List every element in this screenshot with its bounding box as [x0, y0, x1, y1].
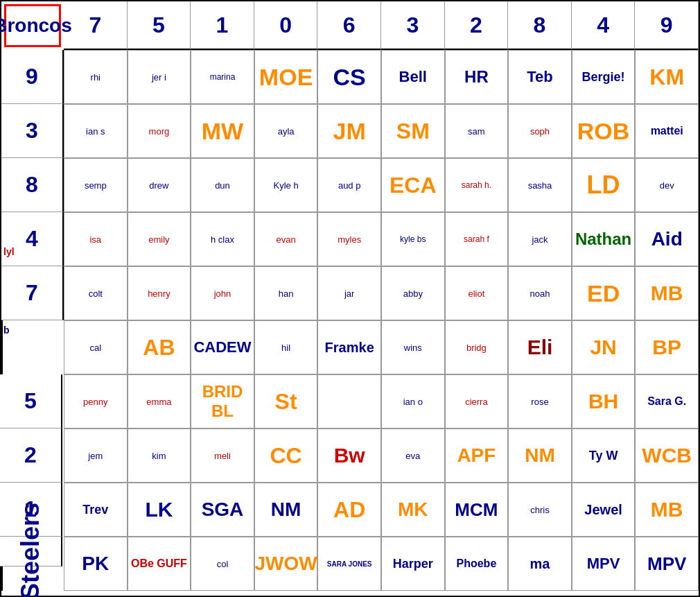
cell-r8c9: MB	[635, 483, 699, 537]
cell-r1c9: mattei	[635, 104, 699, 158]
cell-r9c5: Harper	[381, 537, 445, 591]
cell-r7c1: kim	[128, 429, 191, 483]
cell-r5c8: JN	[572, 320, 636, 374]
cell-r9c3: JWOW	[254, 537, 318, 591]
col-header-3: 0	[254, 1, 318, 50]
row-header-4: 7	[1, 266, 64, 320]
cell-r3c5: kyle bs	[381, 212, 445, 266]
cell-r5c5: wins	[381, 320, 445, 374]
cell-r5c9: BP	[635, 320, 699, 374]
cell-r4c2: john	[191, 266, 254, 320]
cell-r2c3: Kyle h	[254, 158, 318, 212]
cell-r1c8: ROB	[572, 104, 636, 158]
cell-r1c2: MW	[191, 104, 254, 158]
cell-r3c9: Aid	[635, 212, 699, 266]
cell-r2c4: aud p	[317, 158, 381, 212]
col-header-1: 5	[128, 1, 191, 50]
cell-r2c2: dun	[191, 158, 254, 212]
cell-r7c0: jem	[64, 429, 128, 483]
broncos-label: Broncos	[0, 15, 72, 37]
cell-r1c0: ian s	[64, 104, 128, 158]
cell-r1c3: ayla	[254, 104, 318, 158]
cell-r7c5: eva	[381, 429, 445, 483]
cell-r0c2: marina	[191, 50, 254, 104]
cell-r3c2: h clax	[191, 212, 254, 266]
cell-r6c7: rose	[508, 374, 572, 429]
cell-r1c4: JM	[317, 104, 381, 158]
cell-r9c1: OBe GUFF	[128, 537, 191, 591]
cell-r3c6: sarah f	[445, 212, 509, 266]
cell-r8c1: LK	[128, 483, 191, 537]
row-header-0: 9	[1, 50, 64, 104]
cell-r6c5: ian o	[381, 374, 445, 429]
col-header-6: 2	[445, 1, 509, 50]
cell-r0c8: Bergie!	[572, 50, 636, 104]
cell-r4c9: MB	[635, 266, 699, 320]
steelers-text: Steelers	[0, 537, 62, 566]
cell-r0c7: Teb	[508, 50, 572, 104]
cell-r9c0: PK	[64, 537, 128, 591]
cell-r0c6: HR	[445, 50, 509, 104]
cell-r0c1: jer i	[128, 50, 191, 104]
cell-r7c3: CC	[254, 429, 318, 483]
cell-r2c5: ECA	[381, 158, 445, 212]
row-header-3: 4	[1, 212, 64, 266]
cell-r6c2: BRID BL	[191, 374, 254, 429]
cell-r4c5: abby	[381, 266, 445, 320]
cell-r4c7: noah	[508, 266, 572, 320]
row-header-5-overlay: 5	[0, 374, 62, 429]
cell-r0c4: CS	[317, 50, 381, 104]
cell-r4c3: han	[254, 266, 318, 320]
cell-r8c2: SGA	[191, 483, 254, 537]
cell-r1c7: soph	[508, 104, 572, 158]
side-label-lyl: lyl	[3, 246, 15, 257]
cell-r7c2: meli	[191, 429, 254, 483]
col-header-2: 1	[191, 1, 254, 50]
cell-r6c6: cierra	[445, 374, 509, 429]
cell-r7c7: NM	[508, 429, 572, 483]
cell-r8c4: AD	[317, 483, 381, 537]
cell-r3c4: myles	[317, 212, 381, 266]
cell-r5c0: cal	[64, 320, 128, 374]
col-header-4: 6	[317, 1, 381, 50]
cell-r8c3: NM	[254, 483, 318, 537]
cell-r7c6: APF	[445, 429, 509, 483]
cell-r9c4: SARA JONES	[317, 537, 381, 591]
cell-r3c8: Nathan	[572, 212, 636, 266]
cell-r5c6: bridg	[445, 320, 509, 374]
grid: Broncos 7 5 1 0 6 3 2 8 4 9 9 rhi jer i …	[0, 0, 700, 597]
broncos-header: Broncos	[4, 4, 61, 47]
cell-r8c5: MK	[381, 483, 445, 537]
cell-r0c0: rhi	[64, 50, 128, 104]
row-header-2: 8	[1, 158, 64, 212]
cell-r9c6: Phoebe	[445, 537, 509, 591]
cell-r1c1: morg	[128, 104, 191, 158]
cell-r9c2: col	[191, 537, 254, 591]
cell-r2c8: LD	[572, 158, 636, 212]
cell-r6c8: BH	[572, 374, 636, 429]
cell-r5c3: hil	[254, 320, 318, 374]
cell-r0c5: Bell	[381, 50, 445, 104]
col-header-8: 4	[572, 1, 636, 50]
cell-r2c1: drew	[128, 158, 191, 212]
cell-r2c9: dev	[635, 158, 699, 212]
cell-r6c9: Sara G.	[635, 374, 699, 429]
cell-r8c0: Trev	[64, 483, 128, 537]
cell-r2c0: semp	[64, 158, 128, 212]
cell-r9c9: MPV	[635, 537, 699, 591]
cell-r5c7: Eli	[508, 320, 572, 374]
cell-r8c6: MCM	[445, 483, 509, 537]
cell-r5c1: AB	[128, 320, 191, 374]
cell-r7c4: Bw	[317, 429, 381, 483]
cell-r5c2: CADEW	[191, 320, 254, 374]
cell-r9c8: MPV	[572, 537, 636, 591]
cell-r1c6: sam	[445, 104, 509, 158]
cell-r4c6: eliot	[445, 266, 509, 320]
cell-r4c4: jar	[317, 266, 381, 320]
col-header-7: 8	[508, 1, 572, 50]
cell-r7c9: WCB	[635, 429, 699, 483]
cell-r3c1: emily	[128, 212, 191, 266]
cell-r4c1: henry	[128, 266, 191, 320]
cell-r2c7: sasha	[508, 158, 572, 212]
cell-r6c0: penny	[64, 374, 128, 429]
